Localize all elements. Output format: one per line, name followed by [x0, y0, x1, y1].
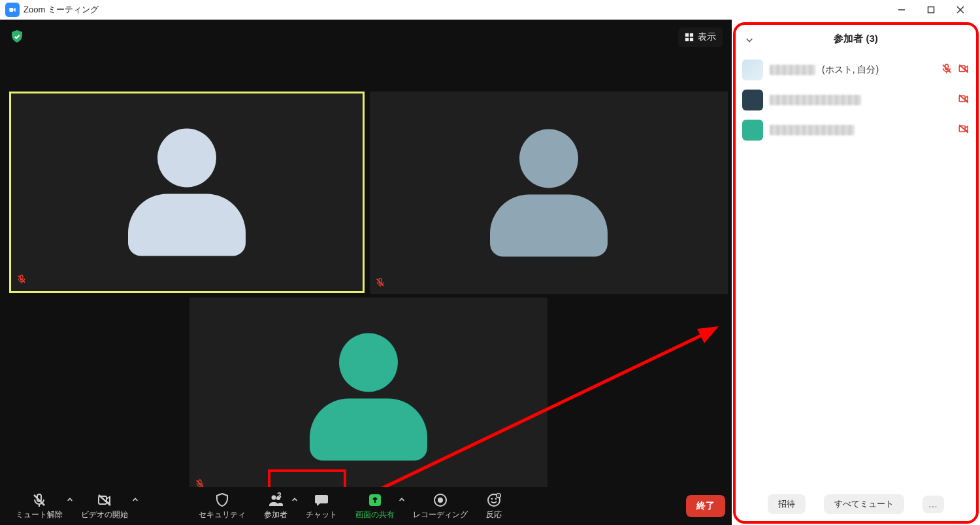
reactions-button[interactable]: + 反応 [481, 490, 507, 523]
share-screen-button[interactable]: 画面の共有 [350, 490, 400, 523]
shield-icon [214, 492, 230, 508]
participants-panel-footer: 招待 すべてミュート ... [736, 490, 976, 521]
record-icon [433, 492, 448, 508]
camera-off-icon [958, 93, 970, 107]
reactions-icon: + [486, 492, 502, 508]
end-meeting-button[interactable]: 終了 [686, 495, 725, 517]
toolbar-label: セキュリティ [199, 509, 246, 520]
toolbar-label: 参加者 [264, 509, 287, 520]
svg-point-19 [438, 498, 443, 503]
avatar-icon [742, 90, 763, 110]
svg-point-22 [495, 498, 497, 500]
svg-rect-6 [928, 7, 934, 13]
toolbar-label: ミュート解除 [16, 509, 63, 520]
video-tile-participant[interactable] [189, 297, 547, 496]
avatar-placeholder-icon [128, 129, 246, 256]
caret-up-icon[interactable] [132, 496, 139, 505]
meeting-area: 表示 [0, 20, 732, 525]
participant-tag: (ホスト, 自分) [822, 64, 879, 76]
participants-count: 3 [277, 491, 282, 500]
caret-up-icon[interactable] [291, 496, 298, 505]
start-video-button[interactable]: ビデオの開始 [76, 490, 133, 523]
avatar-icon [742, 120, 763, 141]
toolbar-label: チャット [306, 509, 337, 520]
caret-up-icon[interactable] [67, 496, 73, 505]
share-icon [367, 492, 383, 508]
security-button[interactable]: セキュリティ [193, 490, 251, 523]
svg-rect-4 [9, 8, 13, 12]
record-button[interactable]: レコーディング [408, 490, 473, 523]
caret-up-icon[interactable] [399, 496, 405, 505]
participants-panel: 参加者 (3) (ホスト, 自分) [732, 20, 980, 525]
toolbar-label: 反応 [486, 509, 502, 520]
collapse-button[interactable] [742, 33, 757, 47]
window-title: Zoom ミーティング [24, 4, 99, 16]
participants-list: (ホスト, 自分) [736, 52, 976, 490]
avatar-placeholder-icon [310, 333, 427, 460]
participant-name-redacted [770, 65, 815, 75]
mic-muted-icon [941, 63, 953, 77]
mic-muted-icon [375, 277, 385, 290]
zoom-app-icon [5, 3, 20, 17]
video-tile-participant[interactable] [370, 92, 728, 294]
participant-row[interactable] [742, 115, 970, 145]
toolbar-label: レコーディング [413, 509, 468, 520]
participant-name-redacted [770, 95, 861, 105]
camera-off-icon [958, 123, 970, 137]
video-tile-self[interactable] [9, 92, 365, 293]
chat-icon [314, 492, 329, 508]
svg-point-21 [491, 498, 493, 500]
participant-row[interactable]: (ホスト, 自分) [742, 55, 970, 85]
end-label: 終了 [696, 500, 715, 511]
window-maximize-button[interactable] [916, 0, 945, 20]
mic-muted-icon [31, 492, 47, 508]
participant-name-redacted [770, 125, 855, 135]
svg-text:+: + [498, 494, 500, 498]
more-button[interactable]: ... [923, 496, 945, 513]
toolbar-label: ビデオの開始 [81, 509, 128, 520]
avatar-placeholder-icon [490, 129, 608, 257]
window-titlebar: Zoom ミーティング [0, 0, 980, 20]
participants-panel-header: 参加者 (3) [736, 25, 976, 52]
invite-button[interactable]: 招待 [768, 494, 806, 514]
avatar-icon [742, 59, 763, 80]
camera-off-icon [958, 63, 970, 77]
participant-row[interactable] [742, 85, 970, 115]
unmute-button[interactable]: ミュート解除 [10, 490, 68, 523]
mic-muted-icon [16, 274, 27, 287]
participants-button[interactable]: 3 参加者 [259, 490, 293, 523]
chat-button[interactable]: チャット [301, 490, 342, 523]
toolbar-label: 画面の共有 [355, 509, 395, 520]
svg-marker-14 [697, 326, 719, 343]
svg-point-15 [272, 495, 276, 500]
camera-off-icon [97, 492, 112, 508]
mute-all-button[interactable]: すべてミュート [824, 494, 904, 514]
window-minimize-button[interactable] [887, 0, 916, 20]
meeting-toolbar: ミュート解除 ビデオの開始 セキュリティ 3 参加者 [0, 487, 732, 525]
participants-title: 参加者 (3) [834, 33, 878, 45]
window-close-button[interactable] [945, 0, 975, 20]
